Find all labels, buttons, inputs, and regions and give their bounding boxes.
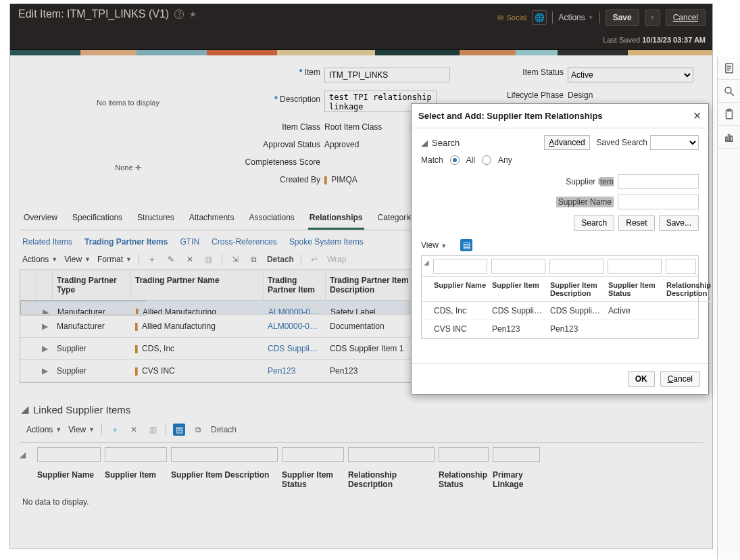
saved-search-select[interactable] [650,135,699,150]
svg-rect-9 [725,137,726,141]
search-button[interactable]: Search [574,215,614,231]
column-header[interactable]: Supplier Item [489,277,547,302]
view-menu[interactable]: View ▼ [421,240,447,250]
match-any-radio[interactable] [482,155,491,165]
cell-name: CDS, Inc [431,302,489,320]
svg-line-5 [731,93,734,96]
close-icon[interactable]: ✕ [693,109,701,122]
svg-rect-11 [731,136,732,141]
chevron-down-icon: ▼ [441,243,447,249]
filter-input[interactable] [666,259,696,274]
rail-search-icon[interactable] [718,80,740,103]
advanced-button[interactable]: Advanced [544,135,589,150]
filter-input[interactable] [549,259,603,274]
filter-input[interactable] [491,259,545,274]
rail-doc-icon[interactable] [718,57,740,80]
rail-chart-icon[interactable] [718,126,740,149]
match-all-radio[interactable] [450,155,460,165]
search-heading: Search [432,138,460,148]
table-row[interactable]: CVS INCPen123Pen123 [422,320,698,338]
save-search-button[interactable]: Save... [659,215,699,231]
match-all-label: All [466,155,475,165]
cell-status [606,320,664,338]
match-any-label: Any [498,155,512,165]
cell-name: CVS INC [431,320,489,338]
column-header[interactable]: Relationship Description [664,277,714,302]
match-label: Match [421,155,443,165]
cell-desc: Pen123 [547,320,606,338]
column-header[interactable]: Supplier Name [431,277,489,302]
dialog-cancel-button[interactable]: Cancel [660,371,700,387]
qbe-icon[interactable]: ▤ [460,239,472,251]
filter-input[interactable] [433,259,487,274]
reset-button[interactable]: Reset [618,215,654,231]
supplier-name-input[interactable] [618,195,699,209]
right-rail [717,57,740,559]
svg-point-4 [725,87,731,93]
ok-button[interactable]: OK [628,371,655,387]
column-header[interactable]: Supplier Item Status [606,277,664,302]
dialog-results-grid: ◢ Supplier Name Supplier Item Supplier I… [421,255,699,339]
cell-desc: CDS Supplier It… [547,302,606,320]
supplier-item-input[interactable] [618,174,699,189]
cell-status: Active [606,302,664,320]
saved-search-label: Saved Search [597,138,647,147]
disclosure-icon[interactable]: ◢ [421,138,428,148]
table-row[interactable]: CDS, IncCDS Supplier It…CDS Supplier It…… [422,302,698,320]
dialog-title: Select and Add: Supplier Item Relationsh… [418,111,603,121]
cell-item: CDS Supplier It… [489,302,547,320]
filter-input[interactable] [608,259,662,274]
cell-item: Pen123 [489,320,547,338]
select-add-dialog: Select and Add: Supplier Item Relationsh… [411,103,709,394]
supplier-item-label: Supplier Item [566,177,614,186]
qbe-toggle-icon[interactable]: ◢ [422,256,431,277]
column-header[interactable]: Supplier Item Description [547,277,606,302]
svg-rect-10 [728,134,729,141]
rail-clipboard-icon[interactable] [718,103,740,126]
supplier-name-label: Supplier Name [556,197,614,207]
